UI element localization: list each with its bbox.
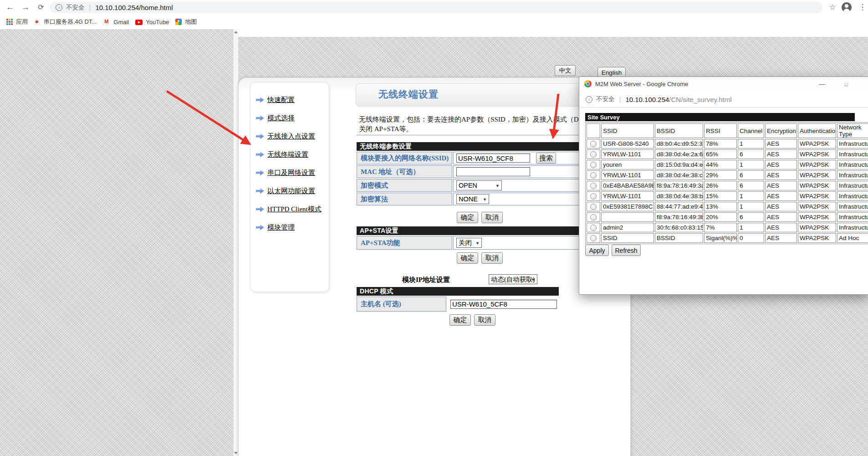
column-header: BSSID	[655, 123, 703, 138]
table-cell: 1	[738, 223, 764, 232]
blue-arrow-icon	[256, 170, 264, 176]
table-cell: Infrastructure	[837, 160, 868, 169]
radio-button[interactable]	[590, 235, 597, 241]
ssid-input[interactable]	[456, 154, 530, 163]
radio-button[interactable]	[590, 172, 597, 179]
table-cell: 6	[738, 170, 764, 180]
radio-button[interactable]	[590, 204, 597, 210]
table-cell: YRWLW-1101	[601, 149, 654, 159]
apply-button[interactable]: Apply	[585, 245, 609, 256]
sidebar-item[interactable]: 快速配置	[256, 94, 329, 105]
radio-cell	[587, 191, 600, 201]
radio-button[interactable]	[590, 183, 597, 189]
table-cell: 6	[738, 212, 764, 222]
bookmark-item[interactable]: Gmail	[103, 18, 129, 26]
popup-title-bar[interactable]: M2M Web Server - Google Chrome — □ ×	[579, 77, 868, 91]
radio-cell	[587, 212, 600, 222]
hostname-input[interactable]	[450, 300, 557, 309]
table-cell: 30:fc:68:c0:83:15	[655, 223, 703, 232]
apsta-function-label: AP+STA功能	[357, 236, 452, 250]
sidebar-item[interactable]: 模式选择	[256, 113, 329, 123]
encryption-mode-value: OPEN	[459, 182, 477, 189]
apsta-ok-button[interactable]: 确定	[457, 252, 478, 264]
table-row: SSIDBSSIDSiganl(%)%0AESWPA2PSKAd Hoc	[587, 233, 868, 243]
url-separator: |	[89, 3, 91, 11]
table-cell: 88:44:77:ad:e9:4c	[655, 202, 703, 211]
apsta-cancel-button[interactable]: 取消	[481, 252, 503, 264]
ip-mode-select[interactable]: 动态(自动获取)	[489, 274, 537, 284]
bookmark-label: Gmail	[113, 19, 129, 26]
bookmark-item[interactable]: 应用	[6, 18, 28, 26]
radio-button[interactable]	[590, 214, 597, 220]
radio-button[interactable]	[590, 162, 597, 168]
info-icon[interactable]: i	[56, 4, 62, 11]
sta-ok-button[interactable]: 确定	[457, 212, 478, 223]
table-cell: 15%	[704, 191, 737, 201]
apsta-function-select[interactable]: 关闭	[456, 238, 482, 248]
bookmark-label: YouTube	[146, 19, 169, 26]
table-cell: BSSID	[655, 233, 703, 243]
radio-cell	[587, 139, 600, 149]
bookmark-item[interactable]: 串口服务器,4G DT...	[34, 18, 97, 26]
encryption-mode-select[interactable]: OPEN	[456, 180, 502, 190]
sidebar-item[interactable]: 以太网功能设置	[256, 185, 329, 196]
ip-mode-value: 动态(自动获取)	[491, 275, 535, 284]
profile-avatar[interactable]	[842, 2, 852, 12]
close-icon[interactable]: ×	[861, 77, 868, 91]
hostname-cell	[447, 297, 559, 312]
reload-icon[interactable]: ⟳	[35, 0, 47, 15]
maximize-icon[interactable]: □	[837, 77, 855, 91]
table-cell: SSID	[601, 233, 654, 243]
table-cell: AES	[765, 170, 797, 180]
table-cell: WPA2PSK	[798, 223, 836, 232]
dhcp-cancel-button[interactable]: 取消	[474, 314, 495, 326]
sidebar-item[interactable]: 无线接入点设置	[256, 131, 329, 142]
popup-address-bar[interactable]: i 不安全 | 10.10.100.254 /CN/site_survey.ht…	[579, 91, 868, 108]
bookmark-star-icon[interactable]: ☆	[826, 0, 839, 15]
apsta-table: AP+STA设置 AP+STA功能 关闭	[357, 226, 602, 250]
sidebar-item[interactable]: HTTPD Client模式	[256, 204, 329, 215]
screenshot-root: ← → ⟳ i 不安全 | 10.10.100.254/home.html ☆ …	[0, 0, 868, 456]
radio-button[interactable]	[590, 151, 597, 158]
gmail-icon	[103, 18, 110, 26]
chrome-menu-icon[interactable]: ⋮	[857, 0, 868, 15]
radio-button[interactable]	[590, 141, 597, 147]
radio-cell	[587, 149, 600, 159]
encryption-alg-select[interactable]: NONE	[456, 194, 489, 204]
scrollbar-down-icon[interactable]	[234, 450, 238, 456]
table-cell: d8:15:0d:9a:d4:e0	[655, 160, 703, 169]
blue-arrow-icon	[256, 152, 264, 158]
table-cell: 78%	[704, 139, 737, 149]
bookmark-item[interactable]: YouTube	[135, 19, 169, 26]
sidebar-item[interactable]: 无线终端设置	[256, 149, 329, 160]
address-bar[interactable]: i 不安全 | 10.10.100.254/home.html	[50, 2, 822, 13]
radio-button[interactable]	[590, 193, 597, 200]
table-row: f8:9a:78:16:49:3b20%6AESWPA2PSKInfrastru…	[587, 212, 868, 222]
mac-input[interactable]	[456, 167, 530, 176]
table-cell: WPA2PSK	[798, 202, 836, 211]
serial-site-icon	[34, 19, 41, 25]
search-button[interactable]: 搜索	[536, 153, 556, 164]
sidebar-item[interactable]: 串口及网络设置	[256, 167, 329, 178]
table-cell: YRWLW-1101	[601, 191, 654, 201]
minimize-icon[interactable]: —	[813, 77, 831, 91]
scrollbar-up-icon[interactable]	[234, 29, 238, 35]
radio-button[interactable]	[590, 225, 597, 231]
column-header: Network Type	[837, 123, 868, 138]
forward-icon[interactable]: →	[19, 0, 32, 15]
dhcp-ok-button[interactable]: 确定	[449, 314, 471, 326]
table-cell: AES	[765, 191, 797, 201]
sta-cancel-button[interactable]: 取消	[481, 212, 503, 223]
bookmark-item[interactable]: 地图	[175, 18, 197, 26]
popup-info-icon[interactable]: i	[586, 96, 592, 103]
sidebar-item[interactable]: 模块管理	[256, 222, 329, 233]
mac-label: MAC 地址（可选）	[357, 165, 452, 178]
dhcp-table: DHCP 模式 主机名 (可选)	[357, 287, 559, 312]
refresh-button[interactable]: Refresh	[612, 245, 641, 256]
back-icon[interactable]: ←	[4, 0, 16, 15]
table-cell: 1	[738, 191, 764, 201]
table-cell: WPA2PSK	[798, 181, 836, 190]
table-cell: AES	[765, 212, 797, 222]
language-chinese-button[interactable]: 中文	[555, 65, 576, 76]
table-cell: d8:38:0d:4e:2a:61	[655, 149, 703, 159]
